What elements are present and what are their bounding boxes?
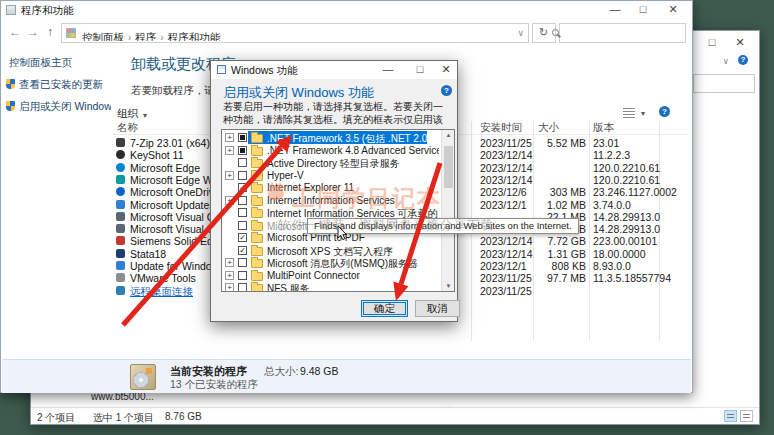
column-version[interactable]: 版本 xyxy=(593,121,614,135)
feature-checkbox[interactable] xyxy=(238,146,247,155)
feature-row[interactable]: +NFS 服务 xyxy=(222,281,441,292)
main-help-icon[interactable]: ? xyxy=(659,106,670,117)
explorer-help-icon[interactable]: ? xyxy=(738,55,748,65)
column-install-date[interactable]: 安装时间 xyxy=(480,121,522,135)
feature-row[interactable]: +.NET Framework 4.8 Advanced Services xyxy=(222,144,441,157)
feature-checkbox[interactable] xyxy=(238,158,247,167)
search-box[interactable] xyxy=(559,23,686,43)
folder-icon xyxy=(251,259,263,268)
sidebar-link[interactable]: 查看已安装的更新 xyxy=(19,78,111,92)
expander-icon[interactable]: + xyxy=(225,146,234,155)
feature-checkbox[interactable]: ✓ xyxy=(238,233,247,242)
sidebar-item-0[interactable]: 控制面板主页 xyxy=(1,55,111,71)
feature-checkbox[interactable] xyxy=(238,133,247,142)
feature-label: .NET Framework 4.8 Advanced Services xyxy=(267,145,439,156)
program-name[interactable]: 远程桌面连接 xyxy=(130,285,222,299)
program-name[interactable]: Microsoft Update He xyxy=(130,199,222,211)
cancel-button[interactable]: 取消 xyxy=(415,300,460,317)
expander-icon[interactable]: + xyxy=(225,133,234,142)
program-version: 14.28.29913.0 xyxy=(593,211,691,223)
program-name[interactable]: 7-Zip 23.01 (x64) xyxy=(130,137,222,149)
column-name[interactable]: 名称 xyxy=(117,121,138,135)
feature-checkbox[interactable] xyxy=(238,221,247,230)
program-size: 1.02 MB xyxy=(511,199,586,211)
program-name[interactable]: Microsoft Visual C+ xyxy=(130,211,222,223)
back-button[interactable]: ← xyxy=(9,25,21,39)
maximize-button[interactable]: □ xyxy=(632,3,654,15)
program-icon xyxy=(116,224,125,233)
program-name[interactable]: Microsoft Visual C+ xyxy=(130,223,222,235)
breadcrumb-item-2[interactable]: 程序和功能 xyxy=(168,31,221,41)
expander-icon[interactable]: + xyxy=(225,171,234,180)
feature-checkbox[interactable] xyxy=(238,271,247,280)
sidebar-link[interactable]: 启用或关闭 Windows 功能 xyxy=(19,100,111,114)
feature-checkbox[interactable] xyxy=(238,258,247,267)
dialog-minimize-button[interactable]: — xyxy=(377,63,399,75)
details-view-button[interactable] xyxy=(724,410,737,422)
address-dropdown-icon[interactable]: ∨ xyxy=(517,28,524,38)
program-name[interactable]: Siemens Solid Edge xyxy=(130,235,222,247)
view-options-icon[interactable] xyxy=(623,108,635,118)
expander-icon[interactable]: + xyxy=(225,196,234,205)
feature-checkbox[interactable] xyxy=(238,171,247,180)
status-size-value: 9.48 GB xyxy=(300,365,339,377)
program-name[interactable]: KeyShot 11 xyxy=(130,149,222,161)
ribbon-collapse-icon[interactable]: ∨ xyxy=(722,56,729,66)
program-icon xyxy=(116,249,125,258)
feature-checkbox[interactable]: ✓ xyxy=(238,246,247,255)
program-name[interactable]: Microsoft Edge Web xyxy=(130,174,222,186)
features-scrollbar[interactable]: ▲ ▼ xyxy=(441,130,454,291)
feature-checkbox[interactable]: ✓ xyxy=(238,183,247,192)
scrollbar-thumb[interactable] xyxy=(444,146,453,188)
scroll-up-icon[interactable]: ▲ xyxy=(442,132,455,138)
sidebar-item-1[interactable]: 查看已安装的更新 xyxy=(1,77,111,93)
dialog-close-button[interactable]: ✕ xyxy=(435,63,457,76)
control-panel-icon xyxy=(66,28,76,38)
program-name[interactable]: Stata18 xyxy=(130,248,222,260)
checkbox-fill xyxy=(240,148,245,153)
large-icons-view-button[interactable] xyxy=(740,410,753,422)
breadcrumb-item-1[interactable]: 程序 xyxy=(135,31,156,41)
feature-row[interactable]: +.NET Framework 3.5 (包括 .NET 2.0 和 3.0) xyxy=(222,131,441,144)
dialog-help-icon[interactable]: ? xyxy=(441,85,452,96)
explorer-address-box[interactable] xyxy=(693,74,755,93)
feature-checkbox[interactable] xyxy=(238,196,247,205)
program-name[interactable]: Microsoft Edge xyxy=(130,162,222,174)
close-button[interactable]: ✕ xyxy=(662,3,684,16)
organize-menu[interactable]: 组织 xyxy=(117,107,138,121)
up-button[interactable]: ↑ xyxy=(47,25,53,39)
feature-row[interactable]: +Microsoft 消息队列(MSMQ)服务器 xyxy=(222,256,441,269)
folder-icon xyxy=(251,197,263,206)
expander-icon[interactable]: + xyxy=(225,283,234,292)
explorer-selected-count: 选中 1 个项目 xyxy=(93,411,154,425)
breadcrumb-separator: › xyxy=(124,32,135,41)
explorer-maximize-button[interactable]: □ xyxy=(701,36,723,48)
breadcrumb[interactable]: 控制面板›程序›程序和功能 ∨ xyxy=(61,23,529,43)
forward-button[interactable]: → xyxy=(27,25,39,39)
feature-checkbox[interactable] xyxy=(238,283,247,292)
breadcrumb-item-0[interactable]: 控制面板 xyxy=(82,31,124,41)
expander-icon[interactable]: + xyxy=(225,258,234,267)
sidebar-item-2[interactable]: 启用或关闭 Windows 功能 xyxy=(1,99,111,115)
feature-row[interactable]: +Hyper-V xyxy=(222,169,441,182)
feature-row[interactable]: Active Directory 轻型目录服务 xyxy=(222,156,441,169)
dialog-maximize-button[interactable]: □ xyxy=(409,63,431,75)
column-size[interactable]: 大小 xyxy=(538,121,559,135)
explorer-close-button[interactable]: ✕ xyxy=(729,36,751,49)
program-version: 23.246.1127.0002 xyxy=(593,186,691,198)
search-icon xyxy=(552,29,559,36)
folder-icon xyxy=(251,209,263,218)
expander-icon[interactable]: + xyxy=(225,271,234,280)
main-statusbar: 当前安装的程序 总大小: 9.48 GB 13 个已安装的程序 xyxy=(2,359,691,393)
ok-button[interactable]: 确定 xyxy=(361,300,408,317)
sidebar-link[interactable]: 控制面板主页 xyxy=(9,56,111,70)
view-options-caret-icon[interactable]: ▾ xyxy=(641,109,645,118)
program-name[interactable]: VMware Tools xyxy=(130,272,222,284)
program-name[interactable]: Microsoft OneDrive xyxy=(130,186,222,198)
feature-checkbox[interactable] xyxy=(238,208,247,217)
minimize-button[interactable]: — xyxy=(604,3,626,15)
feature-row[interactable]: +MultiPoint Connector xyxy=(222,269,441,282)
feature-row[interactable]: ✓Microsoft XPS 文档写入程序 xyxy=(222,244,441,257)
scroll-down-icon[interactable]: ▼ xyxy=(442,283,455,289)
program-name[interactable]: Update for Windows xyxy=(130,260,222,272)
